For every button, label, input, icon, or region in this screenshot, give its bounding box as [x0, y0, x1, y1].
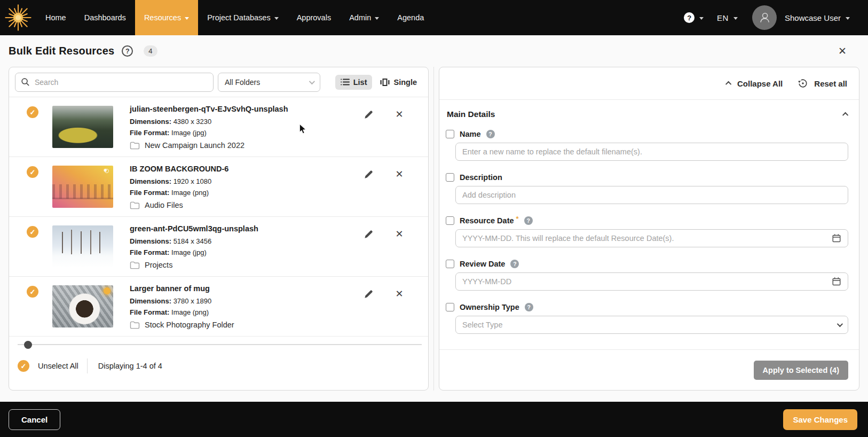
selected-check-icon[interactable]: ✓: [27, 166, 38, 178]
edit-pencil-icon[interactable]: [362, 228, 375, 240]
remove-icon[interactable]: ✕: [393, 108, 406, 121]
language-menu[interactable]: EN: [717, 13, 738, 22]
slider-track[interactable]: [18, 344, 422, 345]
resource-row: ✓ green-ant-PdCU5wml3qg-unsplash Dimensi…: [9, 217, 428, 277]
resource-folder-name[interactable]: Audio Files: [145, 201, 183, 209]
selected-check-icon[interactable]: ✓: [27, 106, 38, 118]
resource-thumbnail[interactable]: [52, 166, 113, 208]
main-details-section: Main Details Name ? Description: [439, 100, 859, 334]
app-logo[interactable]: [0, 0, 36, 35]
resource-folder-name[interactable]: Stock Photography Folder: [145, 321, 234, 329]
nav-label: Project Databases: [207, 13, 270, 22]
collapse-all-button[interactable]: Collapse All: [727, 79, 783, 88]
folder-filter-value: All Folders: [225, 78, 260, 87]
edit-pencil-icon[interactable]: [362, 287, 375, 300]
chevron-down-icon: [185, 17, 189, 20]
top-navigation: Home Dashboards Resources Project Databa…: [0, 0, 868, 35]
avatar[interactable]: [752, 5, 777, 30]
view-single-button[interactable]: Single: [375, 75, 422, 90]
folder-icon: [130, 261, 140, 269]
review-date-input[interactable]: [462, 277, 827, 286]
remove-icon[interactable]: ✕: [393, 228, 406, 240]
name-input[interactable]: [462, 147, 841, 156]
resource-info: julian-steenbergen-qTv-EJvSvhQ-unsplash …: [130, 105, 288, 150]
selected-check-icon[interactable]: ✓: [27, 286, 38, 298]
resource-folder-name[interactable]: Projects: [145, 261, 172, 269]
resource-title: green-ant-PdCU5wml3qg-unsplash: [130, 224, 258, 233]
cancel-button[interactable]: Cancel: [9, 409, 60, 430]
thumbnail-badge-icon: [104, 287, 111, 294]
edit-pencil-icon[interactable]: [362, 168, 375, 181]
view-list-button[interactable]: List: [335, 75, 373, 90]
search-box: [15, 73, 214, 92]
nav-item-agenda[interactable]: Agenda: [388, 0, 433, 35]
resource-folder-name[interactable]: New Campaign Launch 2022: [145, 141, 244, 150]
remove-icon[interactable]: ✕: [393, 168, 406, 181]
ownership-type-select[interactable]: Select Type: [455, 316, 848, 334]
help-menu[interactable]: ?: [684, 12, 704, 23]
help-icon: ?: [684, 12, 695, 23]
nav-item-resources[interactable]: Resources: [135, 0, 198, 35]
bottom-action-bar: Cancel Save Changes: [0, 402, 868, 437]
nav-label: Admin: [349, 13, 371, 22]
close-icon[interactable]: ✕: [838, 45, 847, 57]
nav-right-group: ? EN Showcase User: [684, 0, 868, 35]
unselect-all-check-icon[interactable]: ✓: [18, 360, 29, 372]
chevron-up-icon[interactable]: [842, 112, 848, 118]
nav-label: Agenda: [397, 13, 424, 22]
help-icon[interactable]: ?: [122, 45, 133, 57]
save-changes-button[interactable]: Save Changes: [783, 409, 857, 430]
calendar-icon[interactable]: [832, 233, 841, 243]
dimensions-value: 4380 x 3230: [173, 118, 212, 126]
resource-thumbnail[interactable]: [52, 285, 113, 327]
review-date-checkbox[interactable]: [446, 260, 454, 268]
nav-item-project-databases[interactable]: Project Databases: [198, 0, 287, 35]
description-input[interactable]: [462, 191, 841, 199]
ownership-type-checkbox[interactable]: [446, 303, 454, 311]
nav-item-home[interactable]: Home: [36, 0, 75, 35]
chevron-down-icon: [846, 17, 850, 20]
name-checkbox[interactable]: [446, 130, 454, 138]
selected-count-badge: 4: [144, 45, 157, 57]
resource-title: Larger banner of mug: [130, 284, 234, 293]
folder-filter-select[interactable]: All Folders: [218, 73, 320, 92]
select-value: Select Type: [462, 321, 503, 329]
selected-check-icon[interactable]: ✓: [27, 226, 38, 238]
reset-all-label: Reset all: [814, 79, 847, 88]
resource-row: ✓ IB ZOOM BACKGROUND-6 Dimensions: 1920 …: [9, 157, 428, 217]
resource-date-input[interactable]: [462, 234, 827, 243]
search-input[interactable]: [35, 78, 208, 87]
reset-all-button[interactable]: Reset all: [798, 78, 847, 89]
user-menu[interactable]: Showcase User: [785, 13, 850, 22]
remove-icon[interactable]: ✕: [393, 287, 406, 300]
field-label: Resource Date: [460, 216, 514, 225]
edit-pencil-icon[interactable]: [362, 108, 375, 121]
file-format-value: Image (png): [171, 308, 209, 316]
panel-divider: [433, 67, 434, 391]
dimensions-value: 3780 x 1890: [173, 297, 212, 305]
chevron-up-icon: [725, 81, 731, 87]
row-actions: ✕: [362, 108, 406, 121]
resource-thumbnail[interactable]: [52, 106, 113, 148]
field-label: Name: [460, 130, 481, 138]
calendar-icon[interactable]: [832, 277, 841, 286]
help-icon[interactable]: ?: [510, 260, 519, 268]
field-review-date: Review Date ?: [446, 260, 848, 291]
field-ownership-type: Ownership Type ? Select Type: [446, 303, 848, 334]
row-actions: ✕: [362, 228, 406, 240]
help-icon[interactable]: ?: [525, 303, 533, 311]
slider-handle[interactable]: [24, 341, 32, 349]
nav-item-admin[interactable]: Admin: [340, 0, 388, 35]
file-format-value: Image (png): [171, 189, 209, 197]
required-asterisk: *: [516, 215, 519, 223]
resource-thumbnail[interactable]: [52, 225, 113, 268]
nav-item-dashboards[interactable]: Dashboards: [75, 0, 135, 35]
help-icon[interactable]: ?: [486, 130, 495, 138]
help-icon[interactable]: ?: [524, 216, 533, 225]
unselect-all-button[interactable]: Unselect All: [38, 362, 78, 370]
resource-date-checkbox[interactable]: [446, 216, 454, 225]
chevron-down-icon: [733, 17, 738, 20]
apply-to-selected-button[interactable]: Apply to Selected (4): [754, 361, 848, 380]
nav-item-approvals[interactable]: Approvals: [288, 0, 340, 35]
description-checkbox[interactable]: [446, 173, 454, 182]
